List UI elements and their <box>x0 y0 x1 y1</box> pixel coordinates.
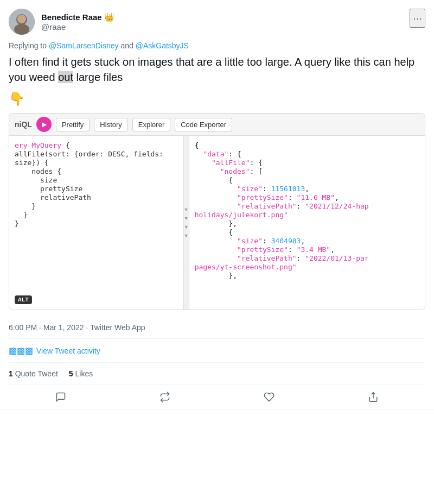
svg-point-2 <box>14 24 29 35</box>
result-panel: { "data": { "allFile": { "nodes": [ { "s… <box>189 136 425 310</box>
query-code: ery MyQuery { allFile(sort: {order: DESC… <box>15 141 163 228</box>
code-exporter-button[interactable]: Code Exporter <box>175 118 232 131</box>
svg-point-3 <box>17 15 26 23</box>
author-name: Benedicte Raae 👑 <box>41 12 114 22</box>
like-label: Likes <box>75 369 93 378</box>
reply-to: Replying to @SamLarsenDisney and @AskGat… <box>9 41 425 50</box>
tweet-text: I often find it gets stuck on images tha… <box>9 54 425 85</box>
author-info: Benedicte Raae 👑 @raae <box>41 12 114 32</box>
activity-label: View Tweet activity <box>36 346 100 355</box>
prettify-button[interactable]: Prettify <box>56 118 90 131</box>
like-stat: 5 Likes <box>69 369 93 378</box>
share-button[interactable] <box>363 387 383 407</box>
pointing-emoji: 👇 <box>9 91 425 106</box>
tweet-header: Benedicte Raae 👑 @raae ··· <box>9 9 425 35</box>
graphiql-container: niQL ▶ Prettify History Explorer Code Ex… <box>9 113 425 310</box>
like-count: 5 <box>69 369 73 378</box>
graphiql-logo: niQL <box>15 120 32 129</box>
quote-stat: 1 Quote Tweet <box>9 369 58 378</box>
history-button[interactable]: History <box>94 118 127 131</box>
quote-label: Quote Tweet <box>15 369 58 378</box>
tweet-meta: 6:00 PM · Mar 1, 2022 · Twitter Web App <box>9 317 425 339</box>
tweet-text-highlight: out <box>58 71 73 83</box>
alt-badge[interactable]: ALT <box>15 295 32 304</box>
play-button[interactable]: ▶ <box>36 117 52 132</box>
avatar[interactable] <box>9 9 35 35</box>
result-code: { "data": { "allFile": { "nodes": [ { "s… <box>195 141 369 280</box>
view-activity[interactable]: ▩▩▩ View Tweet activity <box>9 339 425 363</box>
mention-gatsby[interactable]: @AskGatsbyJS <box>136 41 189 50</box>
panel-divider: ▼ ▼ ▼ ▼ <box>184 136 189 310</box>
tweet-author: Benedicte Raae 👑 @raae <box>9 9 114 35</box>
retweet-button[interactable] <box>155 387 175 407</box>
author-handle: @raae <box>41 22 114 32</box>
like-button[interactable] <box>259 387 279 407</box>
explorer-button[interactable]: Explorer <box>132 118 170 131</box>
activity-icon: ▩▩▩ <box>9 345 33 356</box>
tweet-text-part2: large files <box>73 71 123 83</box>
more-options-button[interactable]: ··· <box>410 9 425 28</box>
avatar-image <box>9 9 35 35</box>
tweet-stats: 1 Quote Tweet 5 Likes <box>9 363 425 385</box>
tweet-container: Benedicte Raae 👑 @raae ··· Replying to @… <box>0 0 434 410</box>
quote-count: 1 <box>9 369 13 378</box>
query-panel: ery MyQuery { allFile(sort: {order: DESC… <box>9 136 184 310</box>
tweet-actions <box>9 385 425 409</box>
mention-sam[interactable]: @SamLarsenDisney <box>49 41 119 50</box>
graphiql-toolbar: niQL ▶ Prettify History Explorer Code Ex… <box>9 114 425 136</box>
graphiql-panels: ery MyQuery { allFile(sort: {order: DESC… <box>9 136 425 310</box>
reply-button[interactable] <box>51 387 71 407</box>
